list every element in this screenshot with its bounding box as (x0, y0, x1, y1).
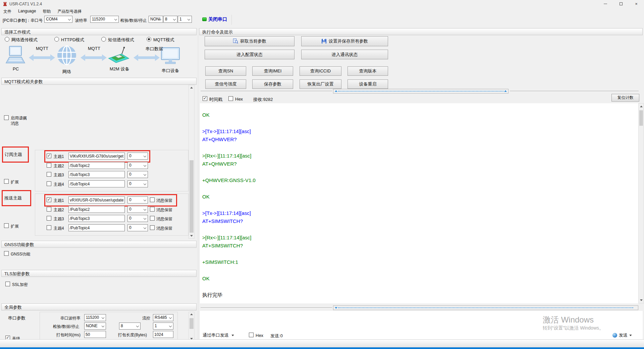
pubtopic1-retain-checkbox[interactable] (150, 197, 155, 202)
subtopic4-checkbox[interactable] (47, 181, 51, 186)
subtopic3-checkbox[interactable] (47, 172, 51, 177)
pubtopic2-input[interactable] (68, 206, 125, 213)
scrollbar-thumb[interactable] (190, 160, 194, 233)
reset-counter-label: 复位计数 (618, 95, 634, 101)
sent-label: 发送: (270, 333, 280, 338)
pubtopic2-qos-select[interactable]: 0 (127, 206, 148, 213)
menu-product-model[interactable]: 产品型号选择 (54, 8, 85, 14)
log-hex-checkbox[interactable] (228, 96, 233, 101)
query-iccid-label: 查询ICCID (310, 68, 331, 74)
query-version-button[interactable]: 查询版本 (347, 66, 388, 76)
global-baud-select[interactable]: 115200 (84, 314, 106, 321)
subtopic4-input[interactable] (68, 180, 125, 187)
pubtopic1-checkbox[interactable] (47, 197, 51, 202)
parity-select[interactable]: NONI (149, 16, 163, 23)
top-splitter-slider[interactable] (333, 89, 508, 94)
scroll-up-icon[interactable] (190, 313, 193, 315)
subtopic2-checkbox[interactable] (47, 163, 51, 168)
global-databits-select[interactable]: 8 (119, 323, 141, 330)
close-serial-button[interactable]: 关闭串口 (208, 16, 227, 22)
flow-control-select[interactable]: RS485 (153, 314, 173, 321)
subtopic4-qos-select[interactable]: 0 (127, 180, 148, 187)
pack-time-input[interactable] (84, 331, 106, 338)
reset-counter-button[interactable]: 复位计数 (611, 94, 639, 102)
scrollbar-thumb[interactable] (190, 318, 194, 329)
radio-net-passthrough[interactable] (5, 37, 9, 42)
publish-expand-checkbox[interactable] (4, 223, 9, 228)
scroll-down-icon[interactable] (640, 299, 643, 301)
menu-file[interactable]: 文件 (0, 8, 15, 14)
scroll-down-icon[interactable] (190, 235, 193, 237)
enter-comm-state-button[interactable]: 进入通讯状态 (301, 50, 388, 59)
query-sn-label: 查询SN (218, 68, 233, 74)
will-message-checkbox[interactable] (4, 115, 9, 120)
pubtopic4-qos-select[interactable]: 0 (127, 224, 148, 231)
subtopic2-input[interactable] (68, 162, 125, 169)
stopbits-select[interactable]: 1 (178, 16, 192, 23)
bottom-splitter-slider[interactable] (333, 305, 638, 310)
scrollbar-thumb[interactable] (639, 110, 643, 126)
pubtopic2-retain-checkbox[interactable] (150, 207, 155, 212)
subtopic1-qos-select[interactable]: 0 (127, 153, 148, 160)
radio-mqtt-mode[interactable] (147, 37, 151, 42)
chevron-down-icon (231, 335, 234, 336)
subtopic1-checkbox[interactable] (47, 154, 51, 158)
ssl-checkbox[interactable] (5, 282, 10, 286)
radio-sms-passthrough[interactable] (101, 37, 106, 42)
subtopic3-input[interactable] (68, 171, 125, 178)
timestamp-checkbox[interactable] (203, 96, 207, 101)
scroll-up-icon[interactable] (190, 87, 193, 89)
com-port-select[interactable]: COM4 (44, 16, 72, 23)
menu-help[interactable]: 帮助 (39, 8, 54, 14)
query-signal-button[interactable]: 查信号强度 (205, 79, 246, 89)
pubtopic3-retain-checkbox[interactable] (150, 216, 155, 221)
save-params-button[interactable]: 保存参数 (252, 79, 293, 89)
query-sn-button[interactable]: 查询SN (205, 66, 246, 76)
pubtopic4-input[interactable] (68, 224, 125, 231)
pubtopic4-retain-checkbox[interactable] (150, 225, 155, 230)
log-scrollbar[interactable] (638, 103, 644, 303)
set-save-params-label: 设置并保存所有参数 (329, 38, 368, 44)
enter-config-state-button[interactable]: 进入配置状态 (205, 50, 294, 59)
gnss-checkbox[interactable] (4, 251, 9, 256)
send-hex-checkbox[interactable] (249, 333, 254, 337)
pubtopic3-qos-select[interactable]: 0 (127, 215, 148, 222)
device-restart-button[interactable]: 设备重启 (347, 79, 388, 89)
mqtt-panel-scrollbar[interactable] (189, 85, 195, 239)
factory-reset-button[interactable]: 恢复出厂设置 (300, 79, 341, 89)
baud-select[interactable]: 115200 (90, 16, 119, 23)
query-iccid-button[interactable]: 查询ICCID (300, 66, 341, 76)
get-params-button[interactable]: 获取当前参数 (205, 36, 294, 46)
slider-thumb-icon[interactable] (335, 90, 337, 92)
pubtopic2-checkbox[interactable] (47, 207, 51, 212)
pubtopic3-checkbox[interactable] (47, 216, 51, 221)
databits-select[interactable]: 8 (163, 16, 177, 23)
maximize-button[interactable] (613, 0, 629, 8)
subtopic1-input[interactable] (68, 153, 125, 160)
global-stopbits-select[interactable]: 1 (153, 323, 173, 330)
pubtopic3-input[interactable] (68, 215, 125, 222)
query-imei-button[interactable]: 查询IMEI (252, 66, 293, 76)
send-via-serial-dropdown[interactable]: 通过串口发送 (201, 332, 241, 339)
global-panel-scrollbar[interactable] (189, 312, 195, 341)
subtopic3-qos-select[interactable]: 0 (127, 171, 148, 178)
subscribe-expand-checkbox[interactable] (4, 179, 9, 184)
pubtopic2-label: 主题2 (54, 207, 64, 213)
pack-length-input[interactable] (153, 331, 173, 338)
pubtopic1-input[interactable] (68, 196, 125, 203)
send-button[interactable]: 发送 (612, 331, 641, 339)
global-parity-select[interactable]: NONE (84, 323, 106, 330)
radio-httpd-mode[interactable] (54, 37, 59, 42)
taskbar-edge (0, 347, 644, 349)
pubtopic1-qos-select[interactable]: 0 (127, 196, 148, 203)
close-button[interactable]: × (629, 0, 644, 8)
slider-thumb-icon[interactable] (335, 307, 337, 309)
minimize-button[interactable] (598, 0, 613, 8)
log-output-area[interactable]: OK>[Tx->][11:17:14][asc]AT+QHWVER?>[Rx<-… (200, 103, 638, 303)
set-save-params-button[interactable]: 设置并保存所有参数 (301, 36, 388, 46)
slider-thumb-icon[interactable] (504, 90, 507, 92)
pubtopic4-checkbox[interactable] (47, 225, 51, 230)
subtopic2-qos-select[interactable]: 0 (127, 162, 148, 169)
scroll-up-icon[interactable] (640, 106, 643, 107)
menu-language[interactable]: Language (15, 8, 39, 14)
